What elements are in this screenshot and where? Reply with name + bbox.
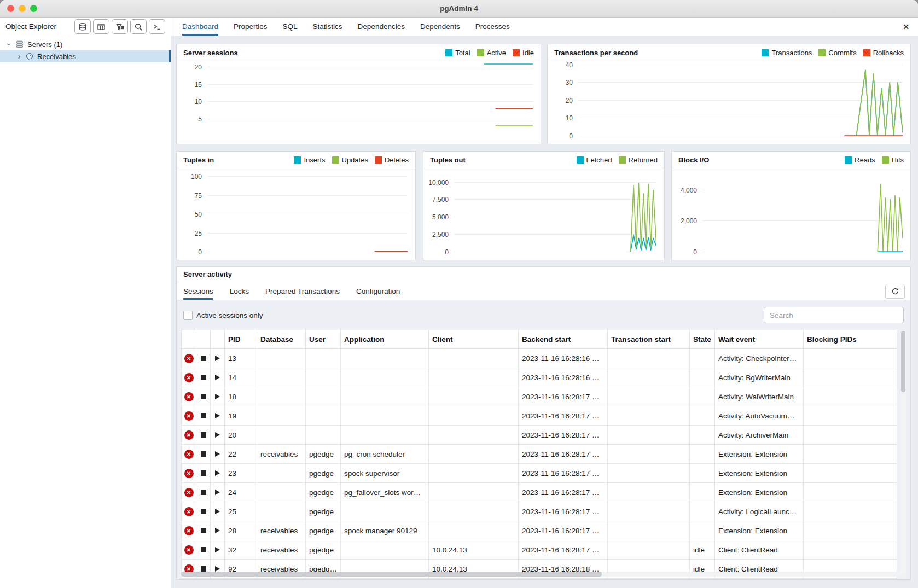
cancel-query-button[interactable] [201, 375, 206, 380]
expand-details-button[interactable] [215, 470, 220, 476]
tab-dependencies[interactable]: Dependencies [358, 18, 405, 36]
cell-wait-event: Activity: ArchiverMain [715, 426, 804, 445]
legend-label: Active [487, 49, 506, 57]
terminate-session-button[interactable]: ✕ [184, 469, 194, 478]
main-area: DashboardPropertiesSQLStatisticsDependen… [171, 18, 918, 588]
vertical-scrollbar-thumb[interactable] [901, 331, 905, 392]
cell-database: receivables [257, 540, 306, 560]
terminate-session-button[interactable]: ✕ [184, 354, 194, 363]
cell-expand [211, 483, 225, 502]
expand-details-button[interactable] [215, 528, 220, 533]
cancel-query-button[interactable] [201, 470, 206, 476]
terminate-session-button[interactable]: ✕ [184, 507, 194, 516]
expand-details-button[interactable] [215, 566, 220, 572]
cancel-query-button[interactable] [201, 547, 206, 552]
cancel-query-button[interactable] [201, 509, 206, 514]
vertical-scrollbar[interactable] [900, 330, 906, 579]
expand-details-button[interactable] [215, 394, 220, 399]
expand-details-button[interactable] [215, 413, 220, 418]
activity-tab-configuration[interactable]: Configuration [356, 282, 400, 300]
terminate-session-button[interactable]: ✕ [184, 392, 194, 401]
terminate-session-button[interactable]: ✕ [184, 450, 194, 459]
legend-item-hits: Hits [882, 156, 904, 164]
terminate-session-button[interactable]: ✕ [184, 373, 194, 382]
table-button[interactable] [93, 19, 109, 34]
activity-tab-sessions[interactable]: Sessions [183, 282, 213, 300]
terminate-session-button[interactable]: ✕ [184, 545, 194, 555]
legend-label: Rollbacks [873, 49, 904, 57]
filter-button[interactable] [112, 19, 128, 34]
y-tick-label: 25 [195, 230, 202, 237]
close-icon[interactable]: ✕ [903, 22, 909, 31]
tree-item-servers[interactable]: › Servers (1) [0, 38, 171, 50]
tab-statistics[interactable]: Statistics [313, 18, 342, 36]
tree-item-receivables[interactable]: › Receivables [0, 50, 171, 62]
cell-backend-start: 2023-11-16 16:28:17 … [519, 502, 608, 521]
cell-terminate: ✕ [182, 540, 196, 560]
cell-cancel [196, 406, 211, 426]
chevron-down-icon[interactable]: › [5, 42, 13, 47]
cell-wait-event: Extension: Extension [715, 521, 804, 540]
cell-cancel [196, 464, 211, 483]
active-sessions-checkbox[interactable] [183, 311, 193, 320]
cell-user [306, 387, 341, 406]
cancel-query-button[interactable] [201, 413, 206, 418]
terminate-session-button[interactable]: ✕ [184, 488, 194, 497]
cancel-query-button[interactable] [201, 356, 206, 361]
close-window-button[interactable] [7, 5, 14, 12]
chart-plot [207, 61, 533, 136]
terminate-session-button[interactable]: ✕ [184, 430, 194, 440]
search-input[interactable] [764, 307, 904, 323]
activity-tab-locks[interactable]: Locks [230, 282, 249, 300]
expand-details-button[interactable] [215, 547, 220, 552]
terminate-session-button[interactable]: ✕ [184, 526, 194, 535]
refresh-button[interactable] [885, 284, 905, 299]
tab-dashboard[interactable]: Dashboard [182, 18, 218, 36]
cell-blocking-pids [804, 464, 897, 483]
expand-details-button[interactable] [215, 432, 220, 438]
minimize-window-button[interactable] [19, 5, 26, 12]
legend-item-commits: Commits [818, 49, 856, 57]
cancel-query-button[interactable] [201, 432, 206, 438]
activity-tab-prepared-transactions[interactable]: Prepared Transactions [265, 282, 340, 300]
expand-details-button[interactable] [215, 451, 220, 457]
expand-details-button[interactable] [215, 375, 220, 380]
cell-blocking-pids [804, 445, 897, 464]
cancel-query-button[interactable] [201, 451, 206, 457]
cancel-query-button[interactable] [201, 394, 206, 399]
terminal-button[interactable] [149, 19, 165, 34]
tab-processes[interactable]: Processes [475, 18, 510, 36]
cell-blocking-pids [804, 368, 897, 387]
cell-database [257, 483, 306, 502]
titlebar: pgAdmin 4 [0, 0, 918, 18]
object-explorer-title: Object Explorer [5, 22, 56, 31]
server-activity-panel: Server activity SessionsLocksPrepared Tr… [176, 266, 911, 580]
expand-details-button[interactable] [215, 509, 220, 514]
search-button[interactable] [130, 19, 147, 34]
cancel-query-button[interactable] [201, 490, 206, 495]
cancel-query-button[interactable] [201, 528, 206, 533]
chevron-right-icon[interactable]: › [16, 53, 22, 60]
column-header-backend-start: Backend start [519, 330, 608, 349]
servers-icon [15, 40, 24, 49]
horizontal-scrollbar-thumb[interactable] [181, 572, 602, 577]
cancel-query-button[interactable] [201, 566, 206, 572]
tab-dependents[interactable]: Dependents [420, 18, 460, 36]
terminal-icon [153, 22, 161, 31]
expand-details-button[interactable] [215, 356, 220, 361]
expand-details-button[interactable] [215, 490, 220, 495]
terminate-session-button[interactable]: ✕ [184, 411, 194, 421]
y-axis-labels: 0255075100 [177, 168, 207, 252]
cell-backend-start: 2023-11-16 16:28:17 … [519, 426, 608, 445]
cell-pid: 24 [225, 483, 257, 502]
cell-terminate: ✕ [182, 406, 196, 426]
database-button[interactable] [74, 19, 91, 34]
cell-client [429, 483, 519, 502]
tab-sql[interactable]: SQL [283, 18, 298, 36]
tab-properties[interactable]: Properties [234, 18, 268, 36]
legend: TransactionsCommitsRollbacks [762, 49, 904, 57]
zoom-window-button[interactable] [30, 5, 37, 12]
cell-database [257, 426, 306, 445]
cell-database [257, 368, 306, 387]
horizontal-scrollbar[interactable] [181, 572, 906, 577]
